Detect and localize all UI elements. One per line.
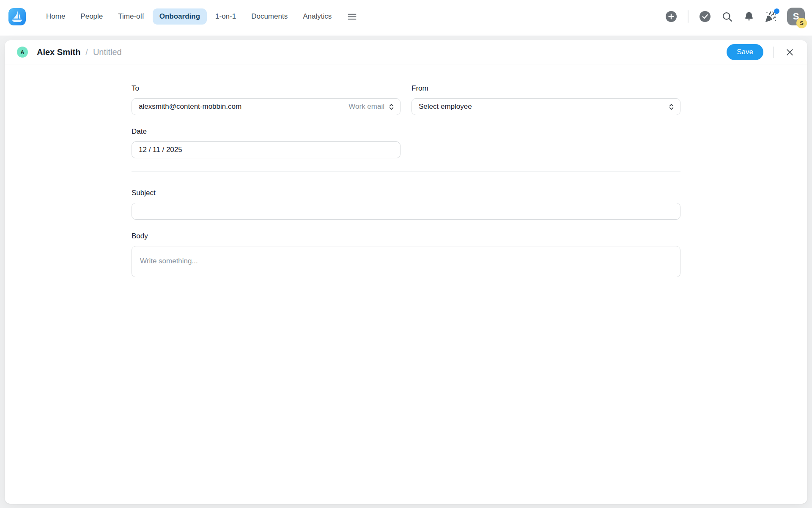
nav-item-1-on-1[interactable]: 1-on-1 bbox=[208, 8, 243, 25]
date-field bbox=[132, 141, 401, 158]
main-nav: Home People Time-off Onboarding 1-on-1 D… bbox=[39, 8, 360, 25]
search-icon[interactable] bbox=[721, 11, 733, 22]
from-select[interactable]: Select employee bbox=[411, 98, 680, 115]
email-type-selector-chevron-icon[interactable] bbox=[388, 103, 395, 110]
sheet-header-actions: Save bbox=[727, 44, 796, 60]
nav-item-time-off[interactable]: Time-off bbox=[111, 8, 151, 25]
email-editor-sheet: A Alex Smith / Untitled Save To Work bbox=[5, 40, 807, 504]
to-field: Work email bbox=[132, 98, 401, 115]
whats-new-party-popper-icon[interactable] bbox=[765, 11, 776, 22]
breadcrumb-document-title: Untitled bbox=[93, 47, 122, 57]
employee-avatar: A bbox=[17, 47, 28, 58]
from-label: From bbox=[411, 84, 680, 93]
nav-item-analytics[interactable]: Analytics bbox=[296, 8, 338, 25]
breadcrumb-employee-name: Alex Smith bbox=[37, 47, 80, 57]
notification-dot bbox=[774, 8, 779, 14]
from-select-chevron-icon bbox=[668, 103, 675, 110]
body-label: Body bbox=[132, 232, 680, 240]
date-input[interactable] bbox=[139, 146, 395, 154]
sheet-header: A Alex Smith / Untitled Save bbox=[5, 40, 807, 64]
nav-item-onboarding[interactable]: Onboarding bbox=[153, 8, 207, 25]
breadcrumb-separator: / bbox=[85, 47, 88, 57]
avatar-status-badge: S bbox=[796, 18, 807, 28]
topbar-actions: S S bbox=[665, 8, 805, 25]
email-type-label: Work email bbox=[348, 102, 384, 111]
from-field-group: From Select employee bbox=[411, 84, 680, 115]
message-section: Subject Body bbox=[132, 172, 680, 279]
notifications-bell-icon[interactable] bbox=[743, 11, 754, 22]
to-input[interactable] bbox=[139, 102, 348, 111]
top-navigation-bar: Home People Time-off Onboarding 1-on-1 D… bbox=[0, 0, 812, 36]
close-icon[interactable] bbox=[783, 46, 796, 59]
more-menu-icon[interactable] bbox=[344, 9, 360, 25]
nav-item-people[interactable]: People bbox=[74, 8, 110, 25]
add-icon[interactable] bbox=[665, 11, 677, 22]
body-textarea[interactable] bbox=[132, 246, 680, 277]
email-form: To Work email From S bbox=[132, 64, 680, 279]
nav-item-home[interactable]: Home bbox=[39, 8, 72, 25]
sailboat-logo-icon[interactable] bbox=[8, 8, 26, 25]
recipient-section: To Work email From S bbox=[132, 64, 680, 172]
user-avatar[interactable]: S S bbox=[787, 8, 805, 25]
save-button[interactable]: Save bbox=[727, 44, 763, 60]
subject-input[interactable] bbox=[132, 203, 680, 220]
to-field-group: To Work email bbox=[132, 84, 401, 115]
to-label: To bbox=[132, 84, 401, 93]
nav-item-documents[interactable]: Documents bbox=[244, 8, 294, 25]
date-field-group: Date bbox=[132, 127, 401, 158]
topbar-divider bbox=[688, 10, 689, 23]
tasks-check-icon[interactable] bbox=[699, 11, 711, 22]
header-divider bbox=[773, 47, 774, 58]
from-select-value: Select employee bbox=[419, 102, 668, 111]
subject-label: Subject bbox=[132, 189, 680, 197]
grid-spacer bbox=[411, 127, 680, 158]
date-label: Date bbox=[132, 127, 401, 136]
